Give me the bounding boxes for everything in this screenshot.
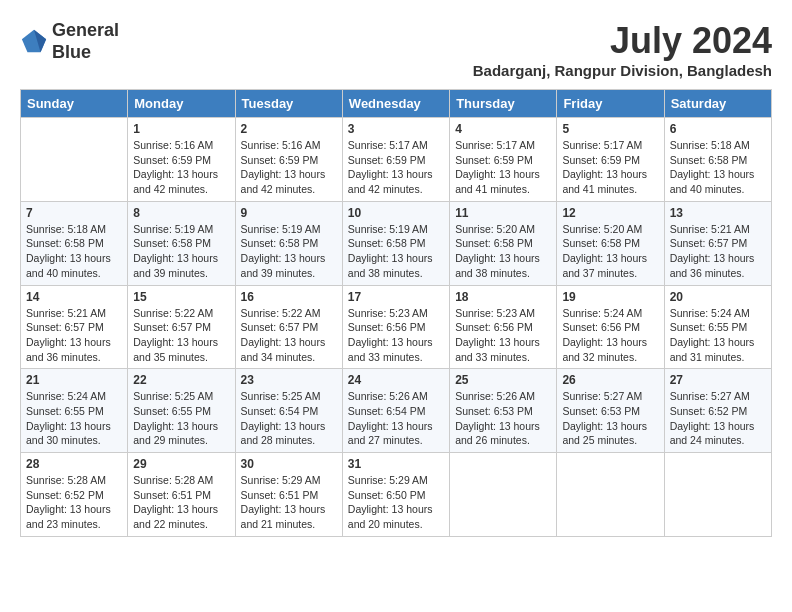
day-info: Sunrise: 5:24 AMSunset: 6:56 PMDaylight:… [562, 306, 658, 365]
calendar-week-row: 7Sunrise: 5:18 AMSunset: 6:58 PMDaylight… [21, 201, 772, 285]
day-number: 16 [241, 290, 337, 304]
day-info: Sunrise: 5:16 AMSunset: 6:59 PMDaylight:… [241, 138, 337, 197]
day-number: 21 [26, 373, 122, 387]
logo-text: General Blue [52, 20, 119, 63]
table-row: 10Sunrise: 5:19 AMSunset: 6:58 PMDayligh… [342, 201, 449, 285]
table-row: 25Sunrise: 5:26 AMSunset: 6:53 PMDayligh… [450, 369, 557, 453]
day-info: Sunrise: 5:28 AMSunset: 6:52 PMDaylight:… [26, 473, 122, 532]
day-number: 27 [670, 373, 766, 387]
day-info: Sunrise: 5:19 AMSunset: 6:58 PMDaylight:… [241, 222, 337, 281]
calendar-week-row: 1Sunrise: 5:16 AMSunset: 6:59 PMDaylight… [21, 118, 772, 202]
day-info: Sunrise: 5:24 AMSunset: 6:55 PMDaylight:… [670, 306, 766, 365]
day-info: Sunrise: 5:26 AMSunset: 6:54 PMDaylight:… [348, 389, 444, 448]
day-number: 20 [670, 290, 766, 304]
day-number: 3 [348, 122, 444, 136]
day-info: Sunrise: 5:18 AMSunset: 6:58 PMDaylight:… [26, 222, 122, 281]
day-number: 31 [348, 457, 444, 471]
day-info: Sunrise: 5:29 AMSunset: 6:51 PMDaylight:… [241, 473, 337, 532]
day-info: Sunrise: 5:23 AMSunset: 6:56 PMDaylight:… [455, 306, 551, 365]
header-wednesday: Wednesday [342, 90, 449, 118]
day-number: 12 [562, 206, 658, 220]
table-row: 13Sunrise: 5:21 AMSunset: 6:57 PMDayligh… [664, 201, 771, 285]
table-row: 28Sunrise: 5:28 AMSunset: 6:52 PMDayligh… [21, 453, 128, 537]
day-info: Sunrise: 5:25 AMSunset: 6:55 PMDaylight:… [133, 389, 229, 448]
day-info: Sunrise: 5:22 AMSunset: 6:57 PMDaylight:… [241, 306, 337, 365]
day-number: 9 [241, 206, 337, 220]
header-friday: Friday [557, 90, 664, 118]
logo-icon [20, 28, 48, 56]
table-row: 24Sunrise: 5:26 AMSunset: 6:54 PMDayligh… [342, 369, 449, 453]
day-number: 5 [562, 122, 658, 136]
day-info: Sunrise: 5:19 AMSunset: 6:58 PMDaylight:… [133, 222, 229, 281]
table-row: 23Sunrise: 5:25 AMSunset: 6:54 PMDayligh… [235, 369, 342, 453]
day-info: Sunrise: 5:20 AMSunset: 6:58 PMDaylight:… [455, 222, 551, 281]
header-tuesday: Tuesday [235, 90, 342, 118]
day-number: 18 [455, 290, 551, 304]
table-row [450, 453, 557, 537]
day-info: Sunrise: 5:17 AMSunset: 6:59 PMDaylight:… [455, 138, 551, 197]
table-row: 1Sunrise: 5:16 AMSunset: 6:59 PMDaylight… [128, 118, 235, 202]
day-info: Sunrise: 5:27 AMSunset: 6:52 PMDaylight:… [670, 389, 766, 448]
day-info: Sunrise: 5:23 AMSunset: 6:56 PMDaylight:… [348, 306, 444, 365]
day-number: 26 [562, 373, 658, 387]
day-number: 11 [455, 206, 551, 220]
table-row: 14Sunrise: 5:21 AMSunset: 6:57 PMDayligh… [21, 285, 128, 369]
table-row: 27Sunrise: 5:27 AMSunset: 6:52 PMDayligh… [664, 369, 771, 453]
table-row [557, 453, 664, 537]
day-info: Sunrise: 5:28 AMSunset: 6:51 PMDaylight:… [133, 473, 229, 532]
day-info: Sunrise: 5:25 AMSunset: 6:54 PMDaylight:… [241, 389, 337, 448]
table-row: 6Sunrise: 5:18 AMSunset: 6:58 PMDaylight… [664, 118, 771, 202]
table-row: 31Sunrise: 5:29 AMSunset: 6:50 PMDayligh… [342, 453, 449, 537]
day-info: Sunrise: 5:18 AMSunset: 6:58 PMDaylight:… [670, 138, 766, 197]
day-info: Sunrise: 5:21 AMSunset: 6:57 PMDaylight:… [670, 222, 766, 281]
table-row: 12Sunrise: 5:20 AMSunset: 6:58 PMDayligh… [557, 201, 664, 285]
day-number: 8 [133, 206, 229, 220]
day-info: Sunrise: 5:29 AMSunset: 6:50 PMDaylight:… [348, 473, 444, 532]
calendar-table: Sunday Monday Tuesday Wednesday Thursday… [20, 89, 772, 537]
day-number: 13 [670, 206, 766, 220]
table-row: 21Sunrise: 5:24 AMSunset: 6:55 PMDayligh… [21, 369, 128, 453]
day-info: Sunrise: 5:24 AMSunset: 6:55 PMDaylight:… [26, 389, 122, 448]
table-row: 16Sunrise: 5:22 AMSunset: 6:57 PMDayligh… [235, 285, 342, 369]
day-info: Sunrise: 5:17 AMSunset: 6:59 PMDaylight:… [562, 138, 658, 197]
header-saturday: Saturday [664, 90, 771, 118]
day-number: 14 [26, 290, 122, 304]
logo: General Blue [20, 20, 119, 63]
day-number: 29 [133, 457, 229, 471]
day-number: 1 [133, 122, 229, 136]
day-info: Sunrise: 5:26 AMSunset: 6:53 PMDaylight:… [455, 389, 551, 448]
table-row: 5Sunrise: 5:17 AMSunset: 6:59 PMDaylight… [557, 118, 664, 202]
table-row: 3Sunrise: 5:17 AMSunset: 6:59 PMDaylight… [342, 118, 449, 202]
day-number: 17 [348, 290, 444, 304]
table-row: 20Sunrise: 5:24 AMSunset: 6:55 PMDayligh… [664, 285, 771, 369]
header-thursday: Thursday [450, 90, 557, 118]
table-row: 11Sunrise: 5:20 AMSunset: 6:58 PMDayligh… [450, 201, 557, 285]
table-row: 18Sunrise: 5:23 AMSunset: 6:56 PMDayligh… [450, 285, 557, 369]
day-number: 10 [348, 206, 444, 220]
table-row: 29Sunrise: 5:28 AMSunset: 6:51 PMDayligh… [128, 453, 235, 537]
table-row: 4Sunrise: 5:17 AMSunset: 6:59 PMDaylight… [450, 118, 557, 202]
header-monday: Monday [128, 90, 235, 118]
table-row: 7Sunrise: 5:18 AMSunset: 6:58 PMDaylight… [21, 201, 128, 285]
day-info: Sunrise: 5:22 AMSunset: 6:57 PMDaylight:… [133, 306, 229, 365]
day-number: 25 [455, 373, 551, 387]
day-info: Sunrise: 5:21 AMSunset: 6:57 PMDaylight:… [26, 306, 122, 365]
day-number: 6 [670, 122, 766, 136]
calendar-week-row: 14Sunrise: 5:21 AMSunset: 6:57 PMDayligh… [21, 285, 772, 369]
page-header: General Blue July 2024 Badarganj, Rangpu… [20, 20, 772, 79]
title-section: July 2024 Badarganj, Rangpur Division, B… [473, 20, 772, 79]
table-row: 19Sunrise: 5:24 AMSunset: 6:56 PMDayligh… [557, 285, 664, 369]
table-row: 22Sunrise: 5:25 AMSunset: 6:55 PMDayligh… [128, 369, 235, 453]
month-year-title: July 2024 [473, 20, 772, 62]
table-row: 30Sunrise: 5:29 AMSunset: 6:51 PMDayligh… [235, 453, 342, 537]
table-row [664, 453, 771, 537]
calendar-week-row: 21Sunrise: 5:24 AMSunset: 6:55 PMDayligh… [21, 369, 772, 453]
calendar-header-row: Sunday Monday Tuesday Wednesday Thursday… [21, 90, 772, 118]
header-sunday: Sunday [21, 90, 128, 118]
day-number: 30 [241, 457, 337, 471]
day-info: Sunrise: 5:19 AMSunset: 6:58 PMDaylight:… [348, 222, 444, 281]
day-number: 7 [26, 206, 122, 220]
table-row [21, 118, 128, 202]
day-info: Sunrise: 5:27 AMSunset: 6:53 PMDaylight:… [562, 389, 658, 448]
day-number: 28 [26, 457, 122, 471]
